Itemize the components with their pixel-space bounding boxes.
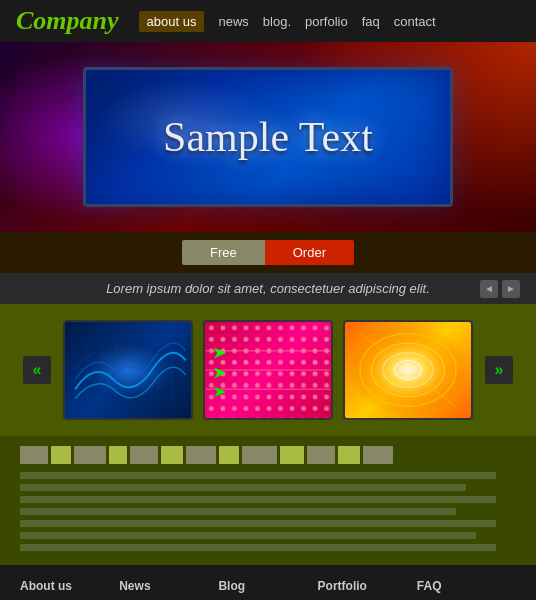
footer-col-portfolio: Portfolio galery advertisement web desig… [318,579,417,600]
svg-line-14 [408,334,456,370]
content-line-3 [20,496,496,503]
footer-col-faq: FAQ question one question two question t… [417,579,516,600]
content-line-5 [20,520,496,527]
navigation: about us news blog. porfolio faq contact [139,11,436,32]
gallery-next-button[interactable]: » [485,356,513,384]
title-block-1 [20,446,48,464]
svg-line-16 [360,370,408,406]
title-block-13 [363,446,393,464]
free-button[interactable]: Free [182,240,265,265]
svg-line-15 [360,334,408,370]
footer-col-title-about: About us [20,579,119,593]
title-block-8 [219,446,239,464]
content-line-4 [20,508,456,515]
nav-item-about[interactable]: about us [139,11,205,32]
gallery-items: ➤ ➤ ➤ [63,320,473,420]
content-title-bar [20,446,516,464]
order-button[interactable]: Order [265,240,354,265]
title-block-5 [130,446,158,464]
gallery-container: « [20,320,516,420]
gallery-section: « [0,304,536,436]
nav-item-blog[interactable]: blog. [263,14,291,29]
title-block-7 [186,446,216,464]
tagline-nav-arrows: ◄ ► [480,280,520,298]
svg-text:➤: ➤ [213,383,226,400]
title-block-3 [74,446,106,464]
content-lines [20,472,516,551]
footer-col-title-news: News [119,579,218,593]
content-line-7 [20,544,496,551]
title-block-2 [51,446,71,464]
svg-point-11 [372,343,445,397]
footer-columns: About us history info one info two News … [20,579,516,600]
nav-item-news[interactable]: news [218,14,248,29]
footer-col-blog: Blog article one article two article thr… [218,579,317,600]
footer-col-title-blog: Blog [218,579,317,593]
header: Company about us news blog. porfolio faq… [0,0,536,42]
footer-col-news: News autumn sessions statistic creative … [119,579,218,600]
svg-text:➤: ➤ [213,364,226,381]
hero-title: Sample Text [163,113,373,161]
svg-point-9 [348,324,467,416]
nav-item-faq[interactable]: faq [362,14,380,29]
svg-point-10 [360,334,456,407]
svg-point-12 [383,353,433,388]
tagline-text: Lorem ipsum dolor sit amet, consectetuer… [106,281,430,296]
gallery-item-2[interactable]: ➤ ➤ ➤ [203,320,333,420]
content-section [0,436,536,565]
hero-section: Sample Text [0,42,536,232]
footer-col-title-faq: FAQ [417,579,516,593]
tagline-next-arrow[interactable]: ► [502,280,520,298]
footer-col-title-portfolio: Portfolio [318,579,417,593]
gallery-prev-button[interactable]: « [23,356,51,384]
content-line-2 [20,484,466,491]
nav-item-contact[interactable]: contact [394,14,436,29]
tagline-prev-arrow[interactable]: ◄ [480,280,498,298]
hero-screen: Sample Text [83,67,453,207]
nav-item-portfolio[interactable]: porfolio [305,14,348,29]
content-line-6 [20,532,476,539]
svg-line-17 [408,370,456,406]
title-block-10 [280,446,304,464]
content-line-1 [20,472,496,479]
gallery-item-3[interactable] [343,320,473,420]
title-block-11 [307,446,335,464]
tagline-bar: Lorem ipsum dolor sit amet, consectetuer… [0,273,536,304]
svg-point-0 [80,336,176,403]
svg-text:➤: ➤ [213,344,226,361]
title-block-4 [109,446,127,464]
title-block-12 [338,446,360,464]
footer-col-about: About us history info one info two [20,579,119,600]
footer: About us history info one info two News … [0,565,536,600]
logo: Company [16,6,119,36]
title-block-9 [242,446,277,464]
svg-point-13 [395,360,422,379]
title-block-6 [161,446,183,464]
svg-rect-2 [206,322,331,418]
hero-buttons: Free Order [0,232,536,273]
gallery-item-1[interactable] [63,320,193,420]
